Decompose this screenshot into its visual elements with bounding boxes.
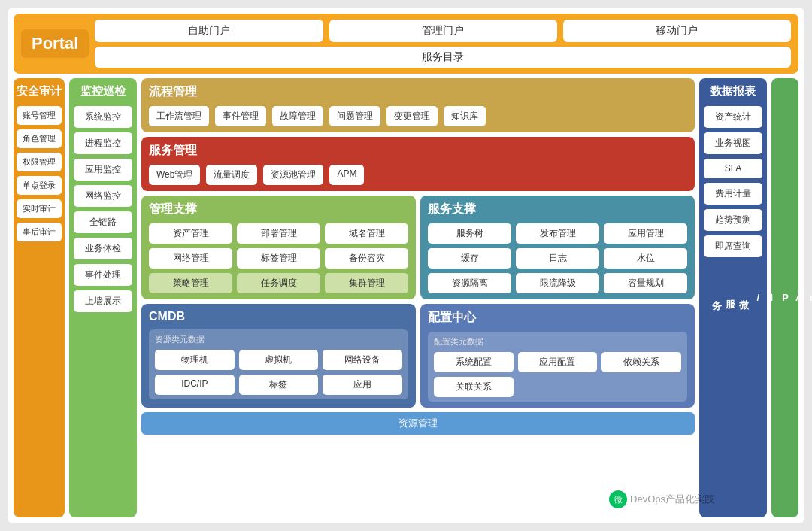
service-support-section: 服务支撑 服务树 发布管理 应用管理 缓存 日志 水位 资源隔离 限流降级 容量… xyxy=(420,196,695,299)
cmdb-section: CMDB 资源类元数据 物理机 虚拟机 网络设备 IDC/IP 标签 应用 xyxy=(141,304,416,408)
audit-item-3[interactable]: 单点登录 xyxy=(17,176,62,195)
process-item-2[interactable]: 故障管理 xyxy=(272,106,323,126)
security-audit-section: 安全审计 账号管理 角色管理 权限管理 单点登录 实时审计 事后审计 xyxy=(14,78,65,517)
service-support-title: 服务支撑 xyxy=(428,202,687,217)
cmdb-item-1[interactable]: 虚拟机 xyxy=(239,350,319,370)
wechat-icon: 微 xyxy=(609,490,627,508)
openapi-section: OpenAPI/微服务 xyxy=(771,78,798,517)
portal-right: 自助门户 管理门户 移动门户 服务目录 xyxy=(95,20,791,68)
security-audit-title: 安全审计 xyxy=(17,84,62,99)
cmdb-inner-title: 资源类元数据 xyxy=(155,334,402,345)
cmdb-inner: 资源类元数据 物理机 虚拟机 网络设备 IDC/IP 标签 应用 xyxy=(149,329,408,399)
report-item-2[interactable]: SLA xyxy=(704,159,762,178)
portal-service-catalog[interactable]: 服务目录 xyxy=(95,47,791,68)
svc-support-item-4[interactable]: 日志 xyxy=(516,248,599,269)
monitor-item-7[interactable]: 上墙展示 xyxy=(74,290,132,312)
config-items: 系统配置 应用配置 依赖关系 关联关系 xyxy=(434,352,681,397)
svc-support-item-3[interactable]: 缓存 xyxy=(428,248,511,269)
process-item-3[interactable]: 问题管理 xyxy=(329,106,380,126)
report-item-3[interactable]: 费用计量 xyxy=(704,183,762,205)
main-container: Portal 自助门户 管理门户 移动门户 服务目录 安全审计 账号管理 角色管… xyxy=(8,8,804,523)
cmdb-items: 物理机 虚拟机 网络设备 IDC/IP 标签 应用 xyxy=(155,350,402,395)
mgmt-item-0[interactable]: 资产管理 xyxy=(149,223,232,244)
cmdb-item-3[interactable]: IDC/IP xyxy=(155,375,235,395)
support-row: 管理支撑 资产管理 部署管理 域名管理 网络管理 标签管理 备份容灾 策略管理 … xyxy=(141,196,695,299)
svc-support-item-2[interactable]: 应用管理 xyxy=(604,223,687,244)
mgmt-support-items: 资产管理 部署管理 域名管理 网络管理 标签管理 备份容灾 策略管理 任务调度 … xyxy=(149,223,408,293)
process-item-1[interactable]: 事件管理 xyxy=(215,106,266,126)
mgmt-item-7[interactable]: 任务调度 xyxy=(237,273,320,293)
audit-item-0[interactable]: 账号管理 xyxy=(17,106,62,125)
monitor-item-2[interactable]: 应用监控 xyxy=(74,159,132,181)
portal-mgmt[interactable]: 管理门户 xyxy=(329,20,557,42)
audit-item-4[interactable]: 实时审计 xyxy=(17,199,62,218)
watermark: 微 DevOps产品化实践 xyxy=(609,490,714,508)
mgmt-support-title: 管理支撑 xyxy=(149,202,408,217)
mgmt-item-3[interactable]: 网络管理 xyxy=(149,248,232,269)
audit-item-2[interactable]: 权限管理 xyxy=(17,153,62,171)
audit-item-1[interactable]: 角色管理 xyxy=(17,129,62,148)
openapi-text: OpenAPI/微服务 xyxy=(710,292,812,305)
process-mgmt-section: 流程管理 工作流管理 事件管理 故障管理 问题管理 变更管理 知识库 xyxy=(141,78,695,132)
report-item-1[interactable]: 业务视图 xyxy=(704,132,762,154)
mgmt-support-section: 管理支撑 资产管理 部署管理 域名管理 网络管理 标签管理 备份容灾 策略管理 … xyxy=(141,196,416,299)
portal-section: Portal 自助门户 管理门户 移动门户 服务目录 xyxy=(14,14,798,74)
report-item-0[interactable]: 资产统计 xyxy=(704,106,762,128)
monitor-item-4[interactable]: 全链路 xyxy=(74,211,132,233)
mgmt-item-5[interactable]: 备份容灾 xyxy=(325,248,408,269)
service-mgmt-items: Web管理 流量调度 资源池管理 APM xyxy=(149,165,687,185)
config-item-2[interactable]: 依赖关系 xyxy=(601,352,681,372)
process-mgmt-items: 工作流管理 事件管理 故障管理 问题管理 变更管理 知识库 xyxy=(149,106,687,126)
config-item-1[interactable]: 应用配置 xyxy=(518,352,598,372)
report-item-4[interactable]: 趋势预测 xyxy=(704,209,762,231)
watermark-text: DevOps产品化实践 xyxy=(630,493,714,506)
config-inner-title: 配置类元数据 xyxy=(434,336,681,347)
mgmt-item-8[interactable]: 集群管理 xyxy=(325,273,408,293)
svc-support-item-5[interactable]: 水位 xyxy=(604,248,687,269)
mgmt-item-2[interactable]: 域名管理 xyxy=(325,223,408,244)
service-item-2[interactable]: 资源池管理 xyxy=(263,165,323,185)
svc-support-item-6[interactable]: 资源隔离 xyxy=(428,273,511,293)
mgmt-item-6[interactable]: 策略管理 xyxy=(149,273,232,293)
audit-item-5[interactable]: 事后审计 xyxy=(17,223,62,241)
mgmt-item-4[interactable]: 标签管理 xyxy=(237,248,320,269)
config-item-0[interactable]: 系统配置 xyxy=(434,352,514,372)
portal-mobile[interactable]: 移动门户 xyxy=(563,20,791,42)
cmdb-item-5[interactable]: 应用 xyxy=(323,375,402,395)
service-item-0[interactable]: Web管理 xyxy=(149,165,200,185)
portal-self-service[interactable]: 自助门户 xyxy=(95,20,323,42)
cmdb-item-4[interactable]: 标签 xyxy=(239,375,319,395)
portal-label: Portal xyxy=(21,29,89,58)
svc-support-item-7[interactable]: 限流降级 xyxy=(516,273,599,293)
monitor-item-3[interactable]: 网络监控 xyxy=(74,185,132,207)
monitoring-section: 监控巡检 系统监控 进程监控 应用监控 网络监控 全链路 业务体检 事件处理 上… xyxy=(69,78,137,517)
config-inner: 配置类元数据 系统配置 应用配置 依赖关系 关联关系 xyxy=(428,332,687,402)
cmdb-item-2[interactable]: 网络设备 xyxy=(323,350,402,370)
config-center-section: 配置中心 配置类元数据 系统配置 应用配置 依赖关系 关联关系 xyxy=(420,304,695,408)
process-item-5[interactable]: 知识库 xyxy=(444,106,486,126)
process-item-4[interactable]: 变更管理 xyxy=(386,106,438,126)
cmdb-title: CMDB xyxy=(149,310,408,323)
process-mgmt-title: 流程管理 xyxy=(149,84,687,100)
service-item-1[interactable]: 流量调度 xyxy=(206,165,257,185)
process-item-0[interactable]: 工作流管理 xyxy=(149,106,209,126)
monitor-item-1[interactable]: 进程监控 xyxy=(74,132,132,154)
service-support-items: 服务树 发布管理 应用管理 缓存 日志 水位 资源隔离 限流降级 容量规划 xyxy=(428,223,687,293)
service-item-3[interactable]: APM xyxy=(329,165,364,185)
report-item-5[interactable]: 即席查询 xyxy=(704,235,762,257)
monitoring-title: 监控巡检 xyxy=(80,84,126,99)
config-item-3[interactable]: 关联关系 xyxy=(434,377,514,397)
cmdb-item-0[interactable]: 物理机 xyxy=(155,350,235,370)
data-report-title: 数据报表 xyxy=(710,84,756,99)
monitor-item-5[interactable]: 业务体检 xyxy=(74,238,132,259)
resource-mgmt-bar[interactable]: 资源管理 xyxy=(141,412,695,435)
monitor-item-6[interactable]: 事件处理 xyxy=(74,264,132,286)
svc-support-item-0[interactable]: 服务树 xyxy=(428,223,511,244)
mgmt-item-1[interactable]: 部署管理 xyxy=(237,223,320,244)
svc-support-item-8[interactable]: 容量规划 xyxy=(604,273,687,293)
portal-top-row: 自助门户 管理门户 移动门户 xyxy=(95,20,791,42)
svc-support-item-1[interactable]: 发布管理 xyxy=(516,223,599,244)
center-area: 流程管理 工作流管理 事件管理 故障管理 问题管理 变更管理 知识库 服务管理 … xyxy=(141,78,695,517)
monitor-item-0[interactable]: 系统监控 xyxy=(74,106,132,128)
service-mgmt-title: 服务管理 xyxy=(149,143,687,159)
